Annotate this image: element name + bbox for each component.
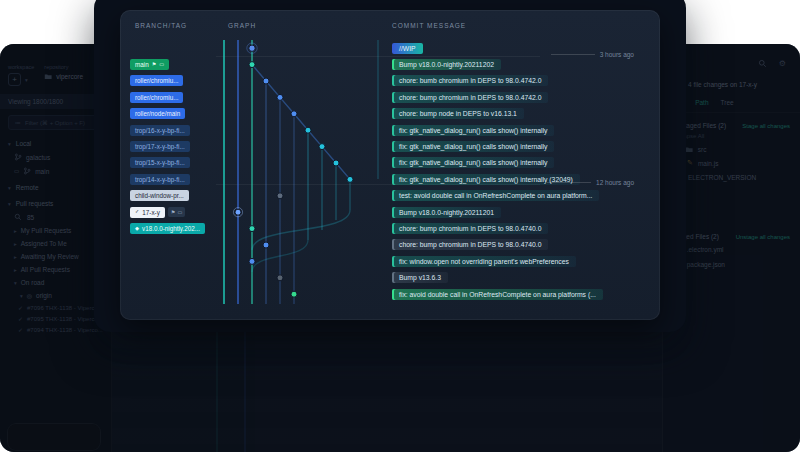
commit-message[interactable]: Bump v13.6.3 bbox=[392, 272, 448, 283]
commit-message[interactable]: chore: bump chromium in DEPS to 98.0.474… bbox=[392, 92, 548, 103]
branch-pill[interactable]: roller/node/main bbox=[130, 108, 185, 119]
commit-message[interactable]: Bump v18.0.0-nightly.20211202 bbox=[392, 59, 501, 70]
branch-label: 17-x-y bbox=[142, 209, 160, 216]
commit-message[interactable]: chore: bump node in DEPS to v16.13.1 bbox=[392, 108, 524, 119]
commit-message[interactable]: Bump v18.0.0-nightly.20211201 bbox=[392, 207, 501, 218]
message-cell: chore: bump node in DEPS to v16.13.1 bbox=[392, 108, 650, 119]
commit-message[interactable]: chore: bumb chromium in DEPS to 98.0.474… bbox=[392, 75, 548, 86]
commit-rows: //WIP main ⚑ ▭ Bump v18.0.0-nightly.2021… bbox=[130, 40, 650, 302]
message-cell: fix: gtk_native_dialog_run() calls show(… bbox=[392, 125, 650, 136]
commit-row[interactable]: main ⚑ ▭ Bump v18.0.0-nightly.20211202 bbox=[130, 56, 650, 72]
commit-row[interactable]: roller/chromiu... chore: bumb chromium i… bbox=[130, 73, 650, 89]
branch-pill[interactable]: trop/16-x-y-bp-fi... bbox=[130, 125, 190, 136]
message-cell: chore: bump chromium in DEPS to 98.0.474… bbox=[392, 239, 650, 250]
commit-message[interactable]: //WIP bbox=[392, 43, 423, 54]
time-marker-label: 12 hours ago bbox=[596, 179, 634, 186]
commit-message[interactable]: fix: gtk_native_dialog_run() calls show(… bbox=[392, 141, 554, 152]
commit-message[interactable]: chore: bump chromium in DEPS to 98.0.474… bbox=[392, 239, 548, 250]
time-marker: 12 hours ago bbox=[547, 179, 634, 186]
commit-row[interactable]: fix: window.open not overriding parent's… bbox=[130, 253, 650, 269]
flag-icon: ⚑ bbox=[171, 209, 176, 215]
commit-row[interactable]: Bump v13.6.3 bbox=[130, 269, 650, 285]
branch-refs-chip[interactable]: ⚑ ▭ bbox=[168, 207, 186, 217]
branch-pill[interactable]: ✓ 17-x-y bbox=[130, 207, 165, 218]
flag-icon: ⚑ bbox=[152, 62, 157, 67]
branch-label: main bbox=[135, 61, 149, 68]
time-marker: 3 hours ago bbox=[551, 51, 634, 58]
commit-message[interactable]: fix: avoid double call in OnRefreshCompl… bbox=[392, 289, 603, 300]
laptop-icon: ▭ bbox=[178, 209, 183, 215]
message-cell: fix: gtk_native_dialog_run() calls show(… bbox=[392, 157, 650, 168]
branch-cell: trop/14-x-y-bp-fi... bbox=[130, 174, 214, 185]
commit-message[interactable]: chore: bump chromium in DEPS to 98.0.474… bbox=[392, 223, 548, 234]
branch-pill[interactable]: main ⚑ ▭ bbox=[130, 59, 169, 70]
column-commit-message: COMMIT MESSAGE bbox=[392, 22, 466, 29]
commit-row[interactable]: fix: avoid double call in OnRefreshCompl… bbox=[130, 286, 650, 302]
time-marker-line bbox=[547, 182, 591, 183]
branch-cell: roller/node/main bbox=[130, 108, 214, 119]
commit-row[interactable]: child-window-pr... test: avoid double ca… bbox=[130, 188, 650, 204]
branch-cell: ✓ 17-x-y ⚑ ▭ bbox=[130, 207, 214, 218]
message-cell: Bump v18.0.0-nightly.20211201 bbox=[392, 207, 650, 218]
page: workspace + ▾ repository vipercore bbox=[0, 0, 800, 456]
message-cell: chore: bump chromium in DEPS to 98.0.474… bbox=[392, 223, 650, 234]
branch-cell: roller/chromiu... bbox=[130, 75, 214, 86]
branch-pill[interactable]: child-window-pr... bbox=[130, 190, 189, 201]
message-cell: fix: window.open not overriding parent's… bbox=[392, 256, 650, 267]
time-marker-line bbox=[551, 54, 595, 55]
branch-cell: roller/chromiu... bbox=[130, 92, 214, 103]
branch-pill[interactable]: roller/chromiu... bbox=[130, 75, 183, 86]
column-branch-tag: BRANCH/TAG bbox=[135, 22, 187, 29]
commit-row[interactable]: roller/chromiu... chore: bump chromium i… bbox=[130, 89, 650, 105]
message-cell: test: avoid double call in OnRefreshComp… bbox=[392, 190, 650, 201]
commit-message[interactable]: fix: gtk_native_dialog_run() calls show(… bbox=[392, 157, 554, 168]
branch-pill[interactable]: trop/17-x-y-bp-fi... bbox=[130, 141, 190, 152]
tag-pill[interactable]: ◆ v18.0.0-nightly.202... bbox=[130, 223, 205, 234]
commit-row[interactable]: trop/15-x-y-bp-fi... fix: gtk_native_dia… bbox=[130, 155, 650, 171]
commit-row[interactable]: trop/17-x-y-bp-fi... fix: gtk_native_dia… bbox=[130, 138, 650, 154]
commit-row[interactable]: ◆ v18.0.0-nightly.202... chore: bump chr… bbox=[130, 220, 650, 236]
branch-cell: main ⚑ ▭ bbox=[130, 59, 214, 70]
tag-icon: ◆ bbox=[135, 226, 139, 231]
commit-row[interactable]: trop/16-x-y-bp-fi... fix: gtk_native_dia… bbox=[130, 122, 650, 138]
commit-row[interactable]: roller/node/main chore: bump node in DEP… bbox=[130, 106, 650, 122]
commit-row[interactable]: chore: bump chromium in DEPS to 98.0.474… bbox=[130, 237, 650, 253]
check-icon: ✓ bbox=[135, 209, 139, 214]
time-marker-label: 3 hours ago bbox=[600, 51, 634, 58]
commit-row[interactable]: ✓ 17-x-y ⚑ ▭ Bump v18.0.0-nightly.202112… bbox=[130, 204, 650, 220]
laptop-icon: ▭ bbox=[159, 62, 164, 67]
message-cell: Bump v13.6.3 bbox=[392, 272, 650, 283]
message-cell: fix: avoid double call in OnRefreshCompl… bbox=[392, 289, 650, 300]
commit-graph-panel: BRANCH/TAG GRAPH COMMIT MESSAGE bbox=[120, 10, 660, 320]
branch-cell: child-window-pr... bbox=[130, 190, 214, 201]
commit-message[interactable]: fix: gtk_native_dialog_run() calls show(… bbox=[392, 125, 554, 136]
commit-message[interactable]: fix: window.open not overriding parent's… bbox=[392, 256, 576, 267]
message-cell: Bump v18.0.0-nightly.20211202 bbox=[392, 59, 650, 70]
message-cell: chore: bump chromium in DEPS to 98.0.474… bbox=[392, 92, 650, 103]
message-cell: chore: bumb chromium in DEPS to 98.0.474… bbox=[392, 75, 650, 86]
branch-cell: trop/16-x-y-bp-fi... bbox=[130, 125, 214, 136]
branch-pill[interactable]: trop/14-x-y-bp-fi... bbox=[130, 174, 190, 185]
tag-label: v18.0.0-nightly.202... bbox=[142, 225, 200, 232]
branch-cell: trop/17-x-y-bp-fi... bbox=[130, 141, 214, 152]
column-graph: GRAPH bbox=[228, 22, 256, 29]
branch-pill[interactable]: trop/15-x-y-bp-fi... bbox=[130, 157, 190, 168]
bottom-left-card bbox=[8, 424, 100, 450]
message-cell: fix: gtk_native_dialog_run() calls show(… bbox=[392, 141, 650, 152]
branch-cell: trop/15-x-y-bp-fi... bbox=[130, 157, 214, 168]
branch-pill[interactable]: roller/chromiu... bbox=[130, 92, 183, 103]
branch-cell: ◆ v18.0.0-nightly.202... bbox=[130, 223, 214, 234]
commit-message[interactable]: test: avoid double call in OnRefreshComp… bbox=[392, 190, 599, 201]
